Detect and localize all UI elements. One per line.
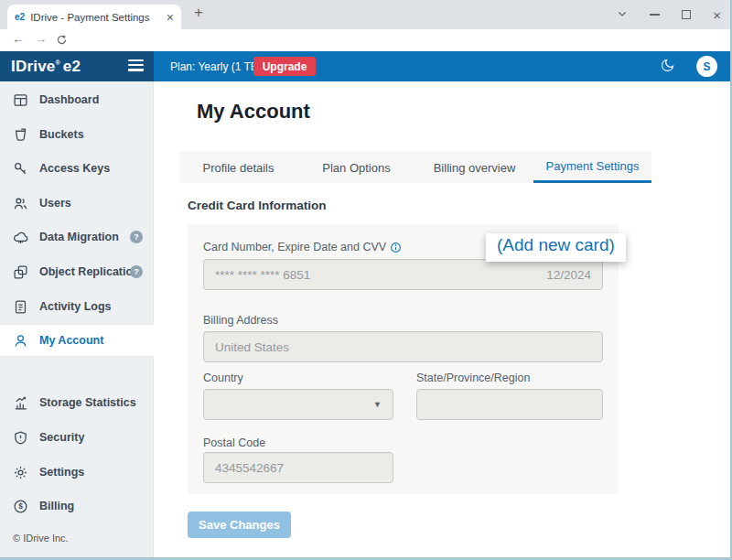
section-title: Credit Card Information bbox=[188, 199, 327, 212]
sidebar-item-users[interactable]: Users bbox=[0, 187, 154, 220]
tab-billing-overview[interactable]: Billing overview bbox=[415, 152, 533, 183]
country-label: Country bbox=[203, 372, 243, 384]
key-icon bbox=[13, 161, 28, 177]
person-icon bbox=[13, 333, 28, 349]
logo-zone: IDrive®e2 bbox=[0, 51, 154, 81]
browser-window: e2 IDrive - Payment Settings × + × ← → c… bbox=[0, 0, 732, 560]
sidebar-item-billing[interactable]: $ Billing bbox=[0, 490, 154, 522]
state-input[interactable] bbox=[416, 389, 603, 420]
users-icon bbox=[13, 196, 28, 211]
tab-payment-settings[interactable]: Payment Settings bbox=[533, 152, 651, 183]
statistics-chart-icon bbox=[13, 395, 28, 411]
sidebar-item-my-account[interactable]: My Account bbox=[0, 324, 154, 357]
card-expiry-value: 12/2024 bbox=[546, 268, 591, 282]
main-content: My Account Profile details Plan Options … bbox=[154, 81, 732, 560]
sidebar-item-access-keys[interactable]: Access Keys bbox=[0, 152, 154, 185]
sidebar-item-settings[interactable]: Settings bbox=[0, 456, 154, 489]
tab-title: IDrive - Payment Settings bbox=[30, 12, 161, 23]
sidebar-item-dashboard[interactable]: Dashboard bbox=[0, 83, 154, 116]
sidebar-item-storage-statistics[interactable]: Storage Statistics bbox=[0, 386, 154, 419]
account-tabs: Profile details Plan Options Billing ove… bbox=[179, 152, 651, 183]
postal-code-input[interactable]: 4345542667 bbox=[203, 452, 393, 483]
card-number-label: Card Number, Expire Date and CVV bbox=[203, 241, 402, 256]
sidebar-item-data-migration[interactable]: Data Migration ? bbox=[0, 221, 154, 253]
browser-toolbar: ← → console.idrivee2.com/account-info/bi… bbox=[0, 29, 730, 51]
dark-mode-moon-icon[interactable] bbox=[660, 58, 675, 77]
reload-icon[interactable] bbox=[56, 34, 68, 48]
save-changes-button[interactable]: Save Changes bbox=[188, 512, 291, 538]
sidebar-item-activity-logs[interactable]: Activity Logs bbox=[0, 290, 154, 323]
activity-log-icon bbox=[13, 299, 28, 315]
copyright-footer: © IDrive Inc. bbox=[13, 533, 69, 544]
sidebar-item-buckets[interactable]: Buckets bbox=[0, 118, 154, 151]
billing-address-input[interactable]: United States bbox=[203, 331, 603, 362]
replication-icon bbox=[13, 264, 28, 280]
sidebar-item-security[interactable]: Security bbox=[0, 421, 154, 454]
tab-search-chevron-icon[interactable] bbox=[617, 6, 628, 23]
close-window-button[interactable]: × bbox=[713, 7, 721, 23]
help-badge-icon[interactable]: ? bbox=[130, 231, 143, 243]
browser-tab[interactable]: e2 IDrive - Payment Settings × bbox=[7, 5, 181, 29]
idrive-e2-logo: IDrive®e2 bbox=[11, 58, 81, 76]
site-favicon: e2 bbox=[15, 12, 25, 22]
user-avatar[interactable]: S bbox=[696, 56, 717, 77]
postal-code-label: Postal Code bbox=[203, 436, 265, 449]
hamburger-menu-icon[interactable] bbox=[128, 59, 144, 71]
back-icon[interactable]: ← bbox=[12, 32, 24, 46]
sidebar-item-object-replication[interactable]: Object Replication ? bbox=[0, 255, 154, 288]
tab-plan-options[interactable]: Plan Options bbox=[297, 152, 415, 183]
new-tab-button[interactable]: + bbox=[194, 4, 203, 22]
shield-icon bbox=[13, 430, 28, 446]
card-number-input[interactable]: **** **** **** 6851 12/2024 bbox=[203, 259, 603, 290]
dashboard-icon bbox=[13, 92, 28, 108]
minimize-button[interactable] bbox=[650, 14, 660, 16]
window-controls: × bbox=[617, 0, 721, 29]
tab-close-icon[interactable]: × bbox=[167, 10, 174, 25]
app-header: IDrive®e2 Plan: Yearly (1 TB) Upgrade S bbox=[0, 51, 730, 81]
plan-label: Plan: Yearly (1 TB) bbox=[170, 60, 262, 73]
sidebar: Dashboard Buckets Access Keys Users Data… bbox=[0, 81, 154, 560]
browser-tabstrip: e2 IDrive - Payment Settings × + × bbox=[0, 0, 730, 29]
page-title: My Account bbox=[197, 100, 310, 124]
svg-text:$: $ bbox=[18, 502, 23, 511]
cloud-migration-icon bbox=[13, 230, 28, 245]
credit-card-form-panel: Card Number, Expire Date and CVV **** **… bbox=[188, 224, 619, 494]
help-badge-icon[interactable]: ? bbox=[130, 265, 143, 278]
add-new-card-link[interactable]: (Add new card) bbox=[486, 233, 626, 262]
gear-icon bbox=[13, 465, 28, 480]
billing-address-label: Billing Address bbox=[203, 314, 278, 327]
billing-dollar-icon: $ bbox=[13, 499, 28, 514]
state-label: State/Province/Region bbox=[416, 372, 530, 384]
maximize-button[interactable] bbox=[682, 10, 691, 19]
tab-profile-details[interactable]: Profile details bbox=[179, 152, 297, 183]
chevron-down-icon: ▼ bbox=[373, 400, 382, 409]
upgrade-button[interactable]: Upgrade bbox=[253, 57, 316, 76]
info-icon[interactable] bbox=[390, 242, 402, 256]
country-select[interactable]: ▼ bbox=[203, 389, 393, 420]
forward-icon[interactable]: → bbox=[35, 32, 47, 46]
bucket-icon bbox=[13, 127, 28, 143]
